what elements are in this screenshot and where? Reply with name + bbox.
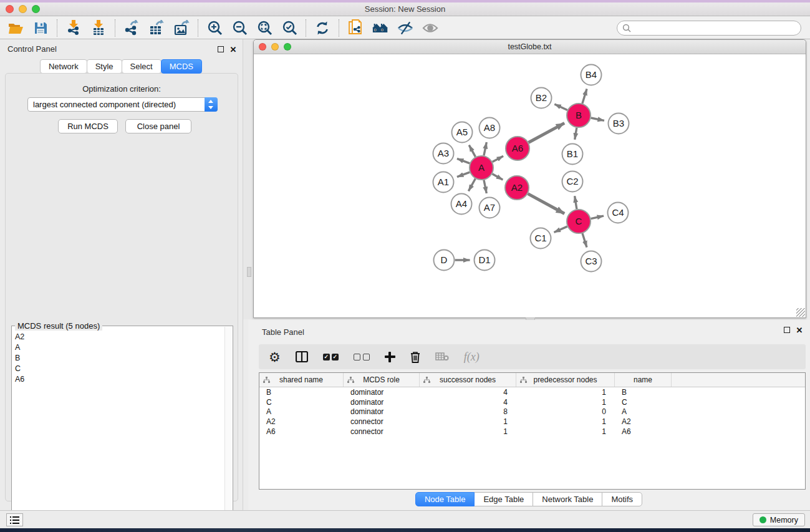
criterion-dropdown[interactable]: largest connected component (directed) bbox=[27, 97, 218, 112]
node-A1[interactable]: A1 bbox=[433, 172, 454, 193]
result-item[interactable]: C bbox=[12, 363, 224, 374]
float-table-panel-icon[interactable] bbox=[783, 326, 791, 334]
edge-B-B2[interactable] bbox=[554, 104, 567, 110]
zoom-selected-icon[interactable] bbox=[281, 20, 297, 36]
edge-A2-C[interactable] bbox=[528, 194, 565, 214]
tab-network-table[interactable]: Network Table bbox=[533, 492, 602, 506]
edge-C-C2[interactable] bbox=[575, 196, 577, 209]
column-header-predecessor-nodes[interactable]: predecessor nodes bbox=[516, 373, 615, 387]
zoom-in-icon[interactable] bbox=[206, 20, 223, 36]
result-item[interactable]: A2 bbox=[12, 331, 224, 342]
result-item[interactable]: B bbox=[12, 352, 224, 363]
table-row[interactable]: Cdominator41C bbox=[259, 397, 805, 407]
table-row[interactable]: Bdominator41B bbox=[259, 387, 805, 397]
node-D1[interactable]: D1 bbox=[475, 250, 495, 271]
tab-mcds[interactable]: MCDS bbox=[161, 59, 202, 74]
node-D[interactable]: D bbox=[434, 250, 455, 271]
result-scrollbar[interactable] bbox=[224, 327, 232, 532]
edge-A-A8[interactable] bbox=[484, 142, 486, 155]
edge-A-A7[interactable] bbox=[484, 180, 486, 193]
node-B4[interactable]: B4 bbox=[581, 65, 602, 85]
tab-network[interactable]: Network bbox=[40, 59, 87, 74]
float-panel-icon[interactable] bbox=[216, 45, 225, 54]
open-file-icon[interactable] bbox=[7, 20, 24, 36]
close-panel-button[interactable]: Close panel bbox=[125, 119, 191, 133]
function-builder-icon[interactable]: f(x) bbox=[464, 351, 480, 364]
tab-style[interactable]: Style bbox=[87, 59, 122, 74]
search-box[interactable] bbox=[617, 21, 801, 36]
node-B2[interactable]: B2 bbox=[531, 88, 552, 109]
edge-A6-B[interactable] bbox=[529, 123, 565, 142]
edge-A-A2[interactable] bbox=[492, 174, 503, 180]
edge-A-A3[interactable] bbox=[457, 158, 470, 163]
tab-node-table[interactable]: Node Table bbox=[415, 492, 475, 506]
refresh-icon[interactable] bbox=[314, 20, 330, 36]
node-A2[interactable]: A2 bbox=[505, 176, 529, 200]
select-all-icon[interactable]: ✓✓ bbox=[323, 354, 339, 360]
result-item[interactable]: A bbox=[12, 342, 224, 352]
edge-A-A5[interactable] bbox=[469, 145, 475, 157]
delete-column-icon[interactable] bbox=[410, 351, 420, 363]
edge-A-A4[interactable] bbox=[468, 179, 475, 191]
node-C4[interactable]: C4 bbox=[608, 203, 629, 223]
edge-B-B1[interactable] bbox=[575, 128, 577, 140]
edge-A-A1[interactable] bbox=[457, 172, 470, 177]
node-C1[interactable]: C1 bbox=[531, 228, 551, 249]
zoom-fit-icon[interactable] bbox=[256, 20, 272, 36]
panel-divider-handle[interactable] bbox=[247, 267, 251, 277]
node-A8[interactable]: A8 bbox=[480, 118, 500, 138]
edge-A-A6[interactable] bbox=[493, 156, 503, 162]
network-snapshot-icon[interactable] bbox=[347, 20, 364, 36]
node-table[interactable]: shared nameMCDS rolesuccessor nodesprede… bbox=[259, 372, 806, 490]
column-header-name[interactable]: name bbox=[615, 373, 672, 387]
node-C[interactable]: C bbox=[567, 210, 591, 233]
network-window-titlebar[interactable]: testGlobe.txt bbox=[254, 40, 806, 54]
tab-motifs[interactable]: Motifs bbox=[602, 492, 642, 506]
show-graphics-details-icon[interactable] bbox=[422, 20, 438, 36]
tab-edge-table[interactable]: Edge Table bbox=[474, 492, 533, 506]
node-B[interactable]: B bbox=[567, 104, 591, 127]
export-network-icon[interactable] bbox=[123, 20, 140, 36]
window-resize-grip[interactable] bbox=[796, 308, 805, 317]
edge-C-C4[interactable] bbox=[591, 216, 604, 219]
network-graph[interactable]: B4B2BB3A8A5A6A3B1AA1C2A2A4A7C4CC1C3DD1 bbox=[254, 54, 805, 317]
deselect-all-icon[interactable] bbox=[354, 354, 370, 360]
node-A3[interactable]: A3 bbox=[433, 143, 454, 164]
hide-graphics-details-icon[interactable] bbox=[397, 20, 413, 36]
table-row[interactable]: A6connector11A6 bbox=[259, 427, 805, 437]
network-canvas[interactable]: B4B2BB3A8A5A6A3B1AA1C2A2A4A7C4CC1C3DD1 bbox=[254, 54, 805, 317]
close-panel-icon[interactable]: ✕ bbox=[229, 45, 238, 54]
export-table-icon[interactable] bbox=[148, 20, 165, 36]
result-item[interactable]: A6 bbox=[12, 374, 224, 384]
node-A[interactable]: A bbox=[470, 156, 493, 180]
edge-B-B4[interactable] bbox=[582, 89, 587, 103]
search-input[interactable] bbox=[631, 24, 796, 32]
node-B3[interactable]: B3 bbox=[609, 114, 629, 134]
import-table-icon[interactable] bbox=[90, 20, 107, 36]
edge-C-C1[interactable] bbox=[554, 226, 567, 232]
table-options-gear-icon[interactable]: ⚙ bbox=[269, 351, 281, 364]
table-row[interactable]: A2connector11A2 bbox=[259, 417, 805, 427]
memory-button[interactable]: Memory bbox=[753, 513, 805, 526]
tab-select[interactable]: Select bbox=[122, 59, 162, 74]
edge-B-B3[interactable] bbox=[591, 118, 604, 120]
node-A7[interactable]: A7 bbox=[480, 198, 500, 218]
save-session-icon[interactable] bbox=[32, 20, 49, 36]
column-header-shared-name[interactable]: shared name bbox=[259, 373, 344, 387]
node-A4[interactable]: A4 bbox=[451, 194, 472, 215]
import-network-icon[interactable] bbox=[65, 20, 82, 36]
column-header-MCDS-role[interactable]: MCDS role bbox=[344, 373, 420, 387]
home-view-icon[interactable] bbox=[372, 20, 388, 36]
run-mcds-button[interactable]: Run MCDS bbox=[58, 119, 118, 133]
table-row[interactable]: Adominator80A bbox=[259, 407, 805, 417]
delete-table-icon[interactable] bbox=[435, 352, 449, 361]
node-A6[interactable]: A6 bbox=[506, 137, 529, 160]
mcds-result-list[interactable]: A2ABCA6 bbox=[12, 331, 224, 532]
zoom-out-icon[interactable] bbox=[231, 20, 248, 36]
edge-C-C3[interactable] bbox=[582, 233, 587, 247]
export-image-icon[interactable] bbox=[173, 20, 190, 36]
node-B1[interactable]: B1 bbox=[562, 144, 583, 165]
node-C3[interactable]: C3 bbox=[581, 251, 602, 272]
node-C2[interactable]: C2 bbox=[562, 172, 583, 192]
panel-divider[interactable] bbox=[243, 39, 253, 319]
